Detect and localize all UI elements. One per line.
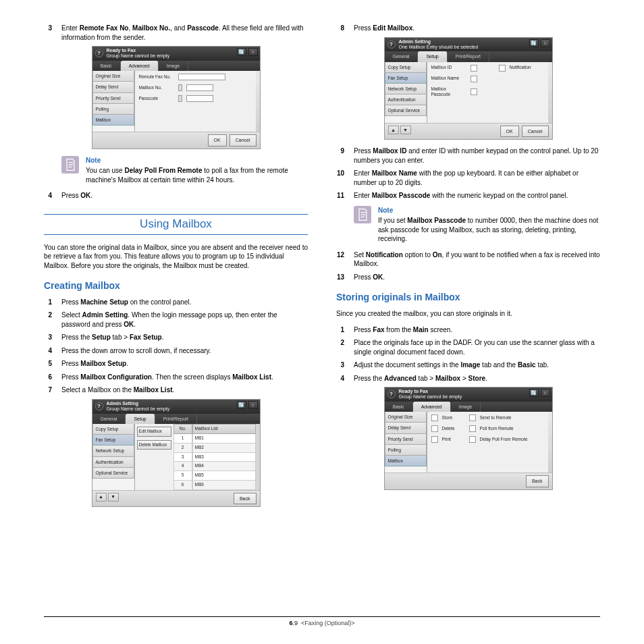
mailbox-passcode-input[interactable]	[471, 88, 477, 95]
tab-general[interactable]: General	[92, 414, 126, 424]
sidebar-item[interactable]: Network Setup	[92, 446, 134, 456]
sidebar-item[interactable]: Fax Setup	[385, 73, 427, 84]
remote-fax-no-input[interactable]	[178, 74, 225, 80]
sidebar-item[interactable]: Polling	[385, 445, 427, 456]
label: Passcode	[139, 96, 174, 102]
sidebar-item[interactable]: Copy Setup	[92, 424, 134, 435]
sidebar-item[interactable]: Optional Service	[385, 105, 427, 116]
delete-button: Delete	[442, 426, 465, 432]
notification-checkbox[interactable]	[499, 65, 506, 72]
sidebar-item[interactable]: Priority Send	[92, 93, 134, 104]
row-name[interactable]: MB6	[192, 481, 256, 490]
toolbar-icon[interactable]: ⌂	[248, 48, 258, 56]
delay-poll-button: Delay Poll From Remote	[480, 437, 528, 443]
tab-image[interactable]: Image	[451, 402, 481, 412]
sidebar-item[interactable]: Original Size	[92, 71, 134, 82]
note-label: Note	[378, 206, 600, 215]
ok-button[interactable]: OK	[500, 126, 519, 137]
step-number: 1	[44, 298, 52, 307]
icon-checkbox[interactable]	[469, 414, 476, 421]
icon-checkbox[interactable]	[469, 436, 476, 443]
back-button[interactable]: Back	[234, 493, 257, 504]
tab-setup[interactable]: Setup	[418, 51, 447, 61]
ok-button[interactable]: OK	[208, 134, 227, 146]
tab-basic[interactable]: Basic	[385, 402, 413, 412]
window-subtitle: Group Name cannot be empty	[399, 394, 462, 400]
note-label: Note	[86, 156, 308, 165]
step-number: 4	[44, 346, 52, 356]
toolbar-icon[interactable]: 🔄	[529, 389, 539, 397]
tab-print-report[interactable]: Print/Report	[155, 414, 197, 424]
sidebar-item[interactable]: Delay Send	[92, 82, 134, 92]
step-number: 10	[336, 169, 344, 187]
nav-up-icon[interactable]: ▲	[96, 493, 107, 502]
sidebar-item[interactable]: Copy Setup	[385, 62, 427, 73]
toolbar-icon[interactable]: ⌂	[541, 39, 550, 47]
row-name[interactable]: MB1	[192, 434, 256, 444]
sidebar-item[interactable]: Fax Setup	[92, 435, 134, 446]
note-icon	[61, 156, 79, 173]
tab-basic[interactable]: Basic	[92, 61, 121, 71]
sidebar-item[interactable]: Authentication	[385, 95, 427, 105]
toolbar-icon[interactable]: 🔄	[237, 401, 246, 409]
store-button: Store	[442, 415, 465, 421]
sidebar-item[interactable]: Authentication	[92, 457, 134, 468]
row-no: 4	[173, 462, 192, 471]
intro-text: You can store the original data in Mailb…	[44, 243, 308, 271]
step-body: Press OK.	[61, 191, 308, 200]
icon-checkbox[interactable]	[431, 414, 438, 421]
cancel-button[interactable]: Cancel	[230, 134, 257, 146]
window-title: Admin Setting	[107, 401, 170, 406]
spinner[interactable]	[178, 84, 182, 91]
toolbar-icon[interactable]: 🔄	[529, 39, 539, 47]
sidebar-item[interactable]: Priority Send	[385, 434, 427, 445]
icon-checkbox[interactable]	[469, 425, 476, 432]
mailbox-name-input[interactable]	[471, 76, 477, 82]
step-body: Enter Remote Fax No, Mailbox No., and Pa…	[61, 24, 308, 42]
tab-advanced[interactable]: Advanced	[413, 402, 451, 412]
screenshot-remote-fax-dialog: ? Ready to Fax Group Name cannot be empt…	[92, 46, 261, 149]
toolbar-icon[interactable]: ⌂	[541, 389, 550, 397]
sidebar-item[interactable]: Original Size	[385, 412, 427, 423]
sidebar-item[interactable]: Optional Service	[92, 468, 134, 479]
nav-down-icon[interactable]: ▼	[400, 126, 411, 134]
step-number: 4	[336, 374, 344, 383]
delete-mailbox-button[interactable]: Delete Mailbox	[137, 440, 171, 450]
step-number: 9	[336, 146, 344, 165]
tab-setup[interactable]: Setup	[126, 414, 155, 424]
row-name[interactable]: MB5	[192, 471, 256, 481]
note-text: Note If you set Mailbox Passcode to numb…	[378, 206, 600, 244]
tab-advanced[interactable]: Advanced	[121, 61, 159, 71]
sidebar-item-mailbox[interactable]: Mailbox	[92, 115, 134, 126]
mailbox-no-input[interactable]	[186, 84, 213, 91]
tab-general[interactable]: General	[385, 51, 419, 61]
edit-mailbox-button[interactable]: Edit Mailbox	[137, 427, 171, 437]
row-no: 2	[173, 444, 192, 453]
sidebar-item[interactable]: Network Setup	[385, 84, 427, 95]
row-name[interactable]: MB2	[192, 444, 256, 453]
sidebar-item[interactable]: Polling	[92, 104, 134, 115]
sidebar-item-mailbox[interactable]: Mailbox	[385, 456, 427, 466]
back-button[interactable]: Back	[526, 475, 549, 487]
step-number: 2	[44, 311, 52, 329]
icon-checkbox[interactable]	[431, 436, 438, 443]
nav-up-icon[interactable]: ▲	[388, 126, 399, 134]
spinner[interactable]	[178, 95, 182, 102]
tab-image[interactable]: Image	[159, 61, 188, 71]
toolbar-icon[interactable]: 🔄	[237, 48, 246, 56]
nav-down-icon[interactable]: ▼	[108, 493, 119, 502]
tab-print-report[interactable]: Print/Report	[448, 51, 489, 61]
row-no: 3	[173, 453, 192, 462]
send-to-remote-button: Send to Remote	[480, 415, 512, 421]
window-title: Ready to Fax	[399, 389, 462, 394]
step-number: 8	[336, 24, 344, 33]
heading-creating-mailbox: Creating Mailbox	[44, 279, 308, 292]
sidebar-item[interactable]: Delay Send	[385, 423, 427, 433]
mailbox-id-input[interactable]	[471, 65, 477, 72]
toolbar-icon[interactable]: ⌂	[248, 401, 258, 409]
passcode-input[interactable]	[186, 95, 213, 102]
icon-checkbox[interactable]	[431, 425, 438, 432]
cancel-button[interactable]: Cancel	[522, 126, 549, 137]
row-name[interactable]: MB4	[192, 462, 256, 471]
row-name[interactable]: MB3	[192, 453, 256, 462]
